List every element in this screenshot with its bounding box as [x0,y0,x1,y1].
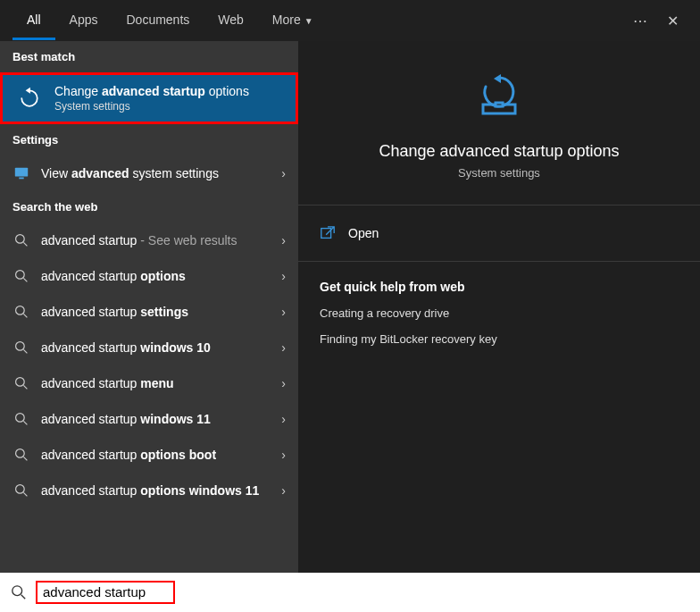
web-result[interactable]: advanced startup options windows 11› [0,473,298,508]
web-result-label: advanced startup settings [41,305,281,319]
settings-result-label: View advanced system settings [41,166,281,180]
section-search-web: Search the web [0,191,298,222]
search-icon [12,267,30,285]
svg-line-9 [23,349,27,353]
svg-point-14 [16,449,25,458]
svg-rect-19 [496,103,503,106]
open-icon [320,225,336,241]
svg-point-12 [16,414,25,423]
divider [298,205,700,205]
chevron-right-icon: › [281,340,286,355]
search-input[interactable] [43,584,168,599]
chevron-right-icon: › [281,305,286,319]
close-icon[interactable]: ✕ [667,13,679,29]
svg-point-16 [16,485,25,494]
monitor-icon [12,164,30,182]
open-label: Open [348,226,379,240]
help-link-bitlocker[interactable]: Finding my BitLocker recovery key [320,332,679,346]
search-icon [12,482,30,499]
preview-subtitle: System settings [458,166,540,180]
search-icon [11,584,27,600]
best-match-subtitle: System settings [54,100,283,113]
preview-pane: Change advanced startup options System s… [298,41,700,573]
svg-point-21 [12,586,22,596]
search-bar [0,573,700,612]
web-result-label: advanced startup windows 10 [41,340,281,355]
filter-tabs: All Apps Documents Web More▼ [12,2,328,40]
restart-large-icon [471,69,528,126]
chevron-right-icon: › [281,376,286,390]
results-pane: Best match Change advanced startup optio… [0,41,298,573]
svg-line-7 [23,314,27,317]
section-best-match: Best match [0,41,298,72]
tab-all[interactable]: All [12,2,55,40]
search-input-highlight [36,581,175,604]
svg-line-11 [23,385,27,389]
more-options-icon[interactable]: ⋯ [633,13,649,29]
best-match-title: Change advanced startup options [54,84,283,98]
top-bar: All Apps Documents Web More▼ ⋯ ✕ [0,0,700,41]
search-icon [12,410,30,428]
svg-rect-20 [321,229,331,239]
svg-point-6 [16,306,25,315]
web-result[interactable]: advanced startup options boot› [0,437,298,473]
web-result-label: advanced startup options boot [41,448,281,462]
web-result[interactable]: advanced startup windows 10› [0,330,298,365]
chevron-right-icon: › [281,448,286,462]
chevron-right-icon: › [281,233,286,247]
search-icon [12,339,30,356]
svg-line-15 [23,457,27,460]
svg-line-17 [23,492,27,496]
web-result[interactable]: advanced startup - See web results› [0,222,298,258]
svg-point-4 [16,271,25,280]
settings-result[interactable]: View advanced system settings › [0,155,298,191]
chevron-down-icon: ▼ [304,16,313,26]
svg-line-5 [23,278,27,281]
web-result-label: advanced startup windows 11 [41,412,281,426]
search-icon [12,374,30,392]
search-icon [12,303,30,321]
best-match-result[interactable]: Change advanced startup options System s… [0,72,298,124]
search-icon [12,446,30,464]
svg-line-3 [23,242,27,246]
web-result[interactable]: advanced startup menu› [0,365,298,401]
svg-point-2 [16,235,25,244]
search-icon [12,231,30,249]
web-result-label: advanced startup options [41,269,281,283]
open-button[interactable]: Open [298,213,700,254]
tab-more[interactable]: More▼ [258,2,328,40]
chevron-right-icon: › [281,483,286,498]
tab-apps[interactable]: Apps [55,2,112,40]
svg-point-10 [16,378,25,387]
divider [298,261,700,262]
svg-line-22 [21,595,26,599]
tab-documents[interactable]: Documents [112,2,204,40]
svg-line-13 [23,421,27,424]
chevron-right-icon: › [281,269,286,283]
restart-icon [15,84,44,113]
preview-title: Change advanced startup options [379,142,619,161]
web-result-label: advanced startup menu [41,376,281,390]
help-header: Get quick help from web [320,280,679,294]
web-result-label: advanced startup - See web results [41,233,281,247]
svg-rect-1 [19,178,23,180]
chevron-right-icon: › [281,412,286,426]
section-settings: Settings [0,124,298,155]
web-result[interactable]: advanced startup windows 11› [0,401,298,437]
help-link-recovery-drive[interactable]: Creating a recovery drive [320,306,679,320]
web-result-label: advanced startup options windows 11 [41,483,281,498]
svg-point-8 [16,342,25,351]
web-result[interactable]: advanced startup options› [0,258,298,294]
web-result[interactable]: advanced startup settings› [0,294,298,330]
tab-web[interactable]: Web [204,2,258,40]
chevron-right-icon: › [281,166,286,180]
svg-rect-0 [15,168,28,177]
